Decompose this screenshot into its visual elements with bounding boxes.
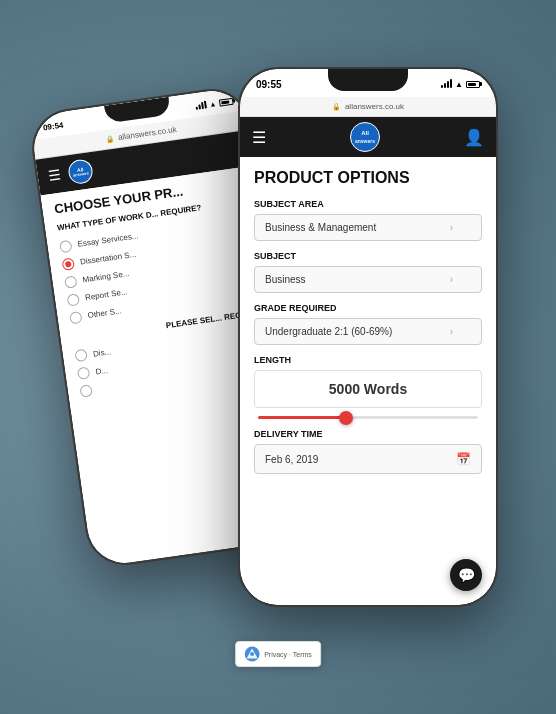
front-status-icons: ▲ <box>441 80 480 89</box>
subject-label: SUBJECT <box>254 251 482 261</box>
phones-container: 09:54 ▲ 🔒 allanswers.co. <box>38 17 518 697</box>
back-radio-report[interactable] <box>67 293 81 307</box>
front-hamburger-icon[interactable]: ☰ <box>252 128 266 147</box>
back-signal-icon <box>195 101 207 110</box>
calendar-icon: 📅 <box>456 452 471 466</box>
recaptcha-badge: Privacy · Terms <box>235 641 321 667</box>
slider-track <box>258 416 478 419</box>
length-value: 5000 Words <box>254 370 482 408</box>
back-url: allanswers.co.uk <box>117 125 177 142</box>
front-address-bar: 🔒 allanswers.co.uk <box>240 97 496 117</box>
recaptcha-logo-icon <box>244 646 260 662</box>
back-time: 09:54 <box>42 120 64 132</box>
front-battery-icon <box>466 81 480 88</box>
back-logo: All answers <box>67 158 94 185</box>
recaptcha-text: Privacy · Terms <box>264 651 312 658</box>
slider-fill <box>258 416 346 419</box>
length-label: LENGTH <box>254 355 482 365</box>
chat-icon: 💬 <box>458 567 475 583</box>
front-wifi-icon: ▲ <box>455 80 463 89</box>
front-logo: All answers <box>350 122 380 152</box>
back-radio-2-2[interactable] <box>77 367 91 381</box>
grade-arrow-icon: › <box>450 326 453 337</box>
back-hamburger-icon[interactable]: ☰ <box>47 168 62 184</box>
delivery-date-field[interactable]: Feb 6, 2019 📅 <box>254 444 482 474</box>
front-phone-screen: 09:55 ▲ 🔒 allanswers.co. <box>240 69 496 605</box>
back-battery-icon <box>219 97 234 106</box>
svg-point-1 <box>250 652 254 656</box>
front-page-title: PRODUCT OPTIONS <box>254 169 482 187</box>
front-time: 09:55 <box>256 79 282 90</box>
subject-value: Business <box>265 274 306 285</box>
subject-select[interactable]: Business › <box>254 266 482 293</box>
phone-front: 09:55 ▲ 🔒 allanswers.co. <box>238 67 498 607</box>
back-lock-icon: 🔒 <box>105 134 115 143</box>
grade-value: Undergraduate 2:1 (60-69%) <box>265 326 392 337</box>
subject-area-select[interactable]: Business & Management › <box>254 214 482 241</box>
word-count-slider[interactable] <box>254 416 482 419</box>
front-notch <box>328 69 408 91</box>
slider-thumb[interactable] <box>339 411 353 425</box>
front-page-content: PRODUCT OPTIONS SUBJECT AREA Business & … <box>240 157 496 605</box>
subject-arrow-icon: › <box>450 274 453 285</box>
back-radio-2-1[interactable] <box>74 349 88 363</box>
front-signal-icon <box>441 80 452 88</box>
front-user-icon[interactable]: 👤 <box>464 128 484 147</box>
grade-label: GRADE REQUIRED <box>254 303 482 313</box>
back-wifi-icon: ▲ <box>209 100 217 108</box>
subject-area-value: Business & Management <box>265 222 376 233</box>
front-lock-icon: 🔒 <box>332 103 341 111</box>
back-radio-other[interactable] <box>69 311 83 325</box>
back-radio-2-3[interactable] <box>79 385 93 399</box>
subject-area-arrow-icon: › <box>450 222 453 233</box>
grade-select[interactable]: Undergraduate 2:1 (60-69%) › <box>254 318 482 345</box>
back-radio-essay[interactable] <box>59 240 73 254</box>
front-url: allanswers.co.uk <box>345 102 404 111</box>
back-radio-dissertation[interactable] <box>62 257 76 271</box>
chat-button[interactable]: 💬 <box>450 559 482 591</box>
front-header: ☰ All answers 👤 <box>240 117 496 157</box>
subject-area-label: SUBJECT AREA <box>254 199 482 209</box>
back-radio-marking[interactable] <box>64 275 78 289</box>
delivery-label: DELIVERY TIME <box>254 429 482 439</box>
delivery-date-value: Feb 6, 2019 <box>265 454 318 465</box>
back-status-icons: ▲ <box>195 97 234 110</box>
